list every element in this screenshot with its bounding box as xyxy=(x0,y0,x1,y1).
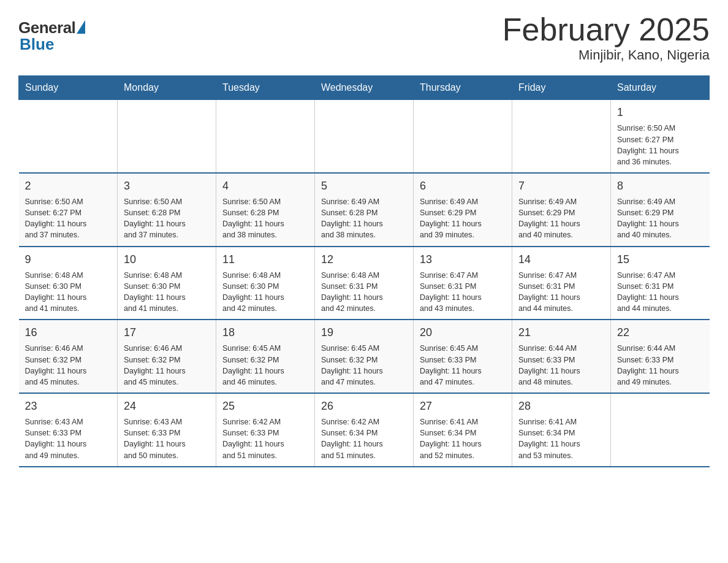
day-number: 22 xyxy=(617,325,703,340)
calendar-cell: 15Sunrise: 6:47 AM Sunset: 6:31 PM Dayli… xyxy=(611,247,710,320)
day-number: 24 xyxy=(124,399,210,414)
day-info: Sunrise: 6:44 AM Sunset: 6:33 PM Dayligh… xyxy=(518,343,604,388)
day-info: Sunrise: 6:46 AM Sunset: 6:32 PM Dayligh… xyxy=(25,343,112,388)
calendar-cell xyxy=(315,100,414,173)
header-friday: Friday xyxy=(512,76,611,100)
day-info: Sunrise: 6:42 AM Sunset: 6:34 PM Dayligh… xyxy=(321,416,407,461)
calendar-cell xyxy=(216,100,315,173)
day-number: 7 xyxy=(518,178,604,194)
logo-blue-text: Blue xyxy=(20,35,54,54)
day-info: Sunrise: 6:49 AM Sunset: 6:28 PM Dayligh… xyxy=(321,196,407,241)
day-number: 13 xyxy=(420,252,506,267)
day-info: Sunrise: 6:41 AM Sunset: 6:34 PM Dayligh… xyxy=(420,416,506,461)
day-number: 6 xyxy=(420,178,506,194)
day-info: Sunrise: 6:42 AM Sunset: 6:33 PM Dayligh… xyxy=(222,416,308,461)
day-number: 19 xyxy=(321,325,407,340)
day-number: 18 xyxy=(222,325,308,340)
header-monday: Monday xyxy=(118,76,216,100)
calendar-cell: 8Sunrise: 6:49 AM Sunset: 6:29 PM Daylig… xyxy=(611,173,710,247)
calendar-cell: 23Sunrise: 6:43 AM Sunset: 6:33 PM Dayli… xyxy=(19,393,118,467)
calendar-cell: 25Sunrise: 6:42 AM Sunset: 6:33 PM Dayli… xyxy=(216,393,315,467)
calendar-cell: 4Sunrise: 6:50 AM Sunset: 6:28 PM Daylig… xyxy=(216,173,315,247)
day-info: Sunrise: 6:49 AM Sunset: 6:29 PM Dayligh… xyxy=(617,196,703,241)
header-sunday: Sunday xyxy=(19,76,118,100)
day-info: Sunrise: 6:47 AM Sunset: 6:31 PM Dayligh… xyxy=(420,270,506,315)
day-number: 12 xyxy=(321,252,407,267)
day-number: 20 xyxy=(420,325,506,340)
calendar-cell xyxy=(512,100,611,173)
day-number: 14 xyxy=(518,252,604,267)
calendar-cell xyxy=(19,100,118,173)
title-section: February 2025 Minjibir, Kano, Nigeria xyxy=(502,12,710,63)
day-number: 21 xyxy=(518,325,604,340)
calendar-cell: 22Sunrise: 6:44 AM Sunset: 6:33 PM Dayli… xyxy=(611,320,710,393)
calendar-week-row: 23Sunrise: 6:43 AM Sunset: 6:33 PM Dayli… xyxy=(19,393,710,467)
day-number: 2 xyxy=(25,178,112,194)
day-number: 10 xyxy=(124,252,210,267)
calendar-table: SundayMondayTuesdayWednesdayThursdayFrid… xyxy=(18,75,710,467)
day-number: 27 xyxy=(420,399,506,414)
header-saturday: Saturday xyxy=(611,76,710,100)
logo: General Blue xyxy=(18,18,85,54)
day-number: 3 xyxy=(124,178,210,194)
day-info: Sunrise: 6:41 AM Sunset: 6:34 PM Dayligh… xyxy=(518,416,604,461)
calendar-cell: 21Sunrise: 6:44 AM Sunset: 6:33 PM Dayli… xyxy=(512,320,611,393)
calendar-cell: 12Sunrise: 6:48 AM Sunset: 6:31 PM Dayli… xyxy=(315,247,414,320)
calendar-cell: 9Sunrise: 6:48 AM Sunset: 6:30 PM Daylig… xyxy=(19,247,118,320)
day-info: Sunrise: 6:45 AM Sunset: 6:33 PM Dayligh… xyxy=(420,343,506,388)
day-info: Sunrise: 6:49 AM Sunset: 6:29 PM Dayligh… xyxy=(518,196,604,241)
calendar-cell: 19Sunrise: 6:45 AM Sunset: 6:32 PM Dayli… xyxy=(315,320,414,393)
day-number: 8 xyxy=(617,178,703,194)
day-info: Sunrise: 6:50 AM Sunset: 6:27 PM Dayligh… xyxy=(25,196,112,241)
calendar-cell: 20Sunrise: 6:45 AM Sunset: 6:33 PM Dayli… xyxy=(414,320,512,393)
day-info: Sunrise: 6:50 AM Sunset: 6:28 PM Dayligh… xyxy=(222,196,308,241)
calendar-cell: 14Sunrise: 6:47 AM Sunset: 6:31 PM Dayli… xyxy=(512,247,611,320)
calendar-cell: 10Sunrise: 6:48 AM Sunset: 6:30 PM Dayli… xyxy=(118,247,216,320)
calendar-cell: 24Sunrise: 6:43 AM Sunset: 6:33 PM Dayli… xyxy=(118,393,216,467)
day-info: Sunrise: 6:44 AM Sunset: 6:33 PM Dayligh… xyxy=(617,343,703,388)
day-number: 5 xyxy=(321,178,407,194)
day-info: Sunrise: 6:49 AM Sunset: 6:29 PM Dayligh… xyxy=(420,196,506,241)
day-info: Sunrise: 6:50 AM Sunset: 6:27 PM Dayligh… xyxy=(617,123,703,167)
day-info: Sunrise: 6:48 AM Sunset: 6:30 PM Dayligh… xyxy=(124,270,210,315)
calendar-cell: 16Sunrise: 6:46 AM Sunset: 6:32 PM Dayli… xyxy=(19,320,118,393)
day-info: Sunrise: 6:45 AM Sunset: 6:32 PM Dayligh… xyxy=(321,343,407,388)
calendar-cell: 26Sunrise: 6:42 AM Sunset: 6:34 PM Dayli… xyxy=(315,393,414,467)
calendar-week-row: 2Sunrise: 6:50 AM Sunset: 6:27 PM Daylig… xyxy=(19,173,710,247)
day-info: Sunrise: 6:47 AM Sunset: 6:31 PM Dayligh… xyxy=(617,270,703,315)
calendar-cell: 11Sunrise: 6:48 AM Sunset: 6:30 PM Dayli… xyxy=(216,247,315,320)
calendar-cell xyxy=(414,100,512,173)
day-number: 17 xyxy=(124,325,210,340)
day-info: Sunrise: 6:48 AM Sunset: 6:31 PM Dayligh… xyxy=(321,270,407,315)
day-number: 9 xyxy=(25,252,112,267)
calendar-cell: 6Sunrise: 6:49 AM Sunset: 6:29 PM Daylig… xyxy=(414,173,512,247)
page-header: General Blue February 2025 Minjibir, Kan… xyxy=(18,12,710,63)
day-info: Sunrise: 6:50 AM Sunset: 6:28 PM Dayligh… xyxy=(124,196,210,241)
day-number: 4 xyxy=(222,178,308,194)
month-title: February 2025 xyxy=(502,12,710,47)
calendar-header-row: SundayMondayTuesdayWednesdayThursdayFrid… xyxy=(19,76,710,100)
day-number: 23 xyxy=(25,399,112,414)
calendar-cell: 7Sunrise: 6:49 AM Sunset: 6:29 PM Daylig… xyxy=(512,173,611,247)
calendar-cell: 5Sunrise: 6:49 AM Sunset: 6:28 PM Daylig… xyxy=(315,173,414,247)
header-tuesday: Tuesday xyxy=(216,76,315,100)
calendar-cell xyxy=(118,100,216,173)
calendar-cell xyxy=(611,393,710,467)
calendar-cell: 1Sunrise: 6:50 AM Sunset: 6:27 PM Daylig… xyxy=(611,100,710,173)
header-thursday: Thursday xyxy=(414,76,512,100)
day-info: Sunrise: 6:47 AM Sunset: 6:31 PM Dayligh… xyxy=(518,270,604,315)
calendar-cell: 17Sunrise: 6:46 AM Sunset: 6:32 PM Dayli… xyxy=(118,320,216,393)
calendar-cell: 13Sunrise: 6:47 AM Sunset: 6:31 PM Dayli… xyxy=(414,247,512,320)
day-info: Sunrise: 6:43 AM Sunset: 6:33 PM Dayligh… xyxy=(25,416,112,461)
calendar-week-row: 1Sunrise: 6:50 AM Sunset: 6:27 PM Daylig… xyxy=(19,100,710,173)
calendar-cell: 3Sunrise: 6:50 AM Sunset: 6:28 PM Daylig… xyxy=(118,173,216,247)
day-info: Sunrise: 6:43 AM Sunset: 6:33 PM Dayligh… xyxy=(124,416,210,461)
day-number: 16 xyxy=(25,325,112,340)
location-title: Minjibir, Kano, Nigeria xyxy=(502,47,710,63)
day-info: Sunrise: 6:46 AM Sunset: 6:32 PM Dayligh… xyxy=(124,343,210,388)
calendar-week-row: 9Sunrise: 6:48 AM Sunset: 6:30 PM Daylig… xyxy=(19,247,710,320)
day-info: Sunrise: 6:45 AM Sunset: 6:32 PM Dayligh… xyxy=(222,343,308,388)
day-number: 25 xyxy=(222,399,308,414)
day-number: 28 xyxy=(518,399,604,414)
logo-triangle-icon xyxy=(77,20,85,34)
